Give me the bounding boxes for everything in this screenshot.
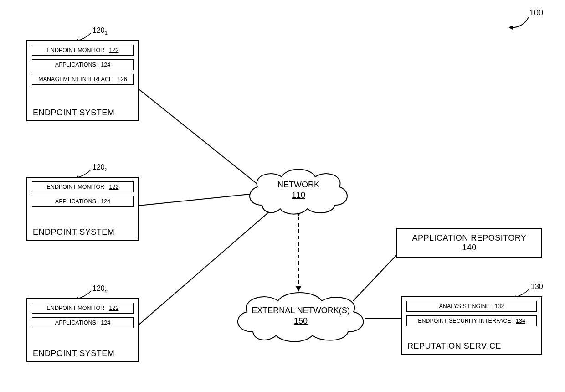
diagram-canvas: 100 1201 ENDPOINT MONITOR 122 APPLICATIO… (0, 0, 565, 392)
reputation-analysis-ref: 132 (495, 303, 504, 309)
figure-reference-number: 100 (529, 8, 543, 18)
reputation-analysis-box: ANALYSIS ENGINE 132 (406, 301, 537, 312)
endpointN-title: ENDPOINT SYSTEM (33, 349, 114, 358)
endpoint2-reference-leader: 1202 (92, 163, 108, 172)
endpoint1-monitor-box: ENDPOINT MONITOR 122 (32, 45, 134, 56)
repo-ref: 140 (462, 243, 477, 252)
endpoint1-mgmt-label: MANAGEMENT INTERFACE (38, 76, 113, 83)
figure-reference-text: 100 (529, 8, 543, 17)
repo-label: APPLICATION REPOSITORY (402, 233, 537, 243)
reputation-service-box: ANALYSIS ENGINE 132 ENDPOINT SECURITY IN… (401, 296, 542, 355)
endpoint2-apps-label: APPLICATIONS (55, 198, 96, 205)
endpointN-ref-subscript: n (105, 288, 108, 294)
endpoint1-apps-box: APPLICATIONS 124 (32, 59, 134, 70)
endpointN-apps-label: APPLICATIONS (55, 320, 96, 326)
endpoint1-monitor-ref: 122 (109, 47, 119, 53)
external-label-wrap: EXTERNAL NETWORK(S) 150 (228, 305, 374, 326)
endpoint1-mgmt-ref: 126 (118, 76, 127, 83)
endpoint-system-2-box: ENDPOINT MONITOR 122 APPLICATIONS 124 EN… (26, 177, 139, 241)
reputation-esi-box: ENDPOINT SECURITY INTERFACE 134 (406, 315, 537, 326)
external-label: EXTERNAL NETWORK(S) (252, 306, 349, 315)
application-repository-box: APPLICATION REPOSITORY 140 (396, 228, 542, 258)
external-network-cloud: EXTERNAL NETWORK(S) 150 (228, 287, 374, 346)
reputation-ref-number: 130 (531, 283, 543, 290)
network-ref: 110 (292, 191, 305, 200)
endpoint1-title: ENDPOINT SYSTEM (33, 108, 114, 118)
endpoint1-ref-number: 120 (92, 26, 105, 34)
network-label: NETWORK (277, 180, 319, 189)
endpointN-apps-ref: 124 (101, 320, 110, 326)
endpoint2-apps-ref: 124 (101, 198, 110, 205)
endpoint1-monitor-label: ENDPOINT MONITOR (47, 47, 105, 53)
svg-line-0 (139, 89, 257, 184)
endpointN-monitor-label: ENDPOINT MONITOR (47, 305, 105, 311)
endpoint2-ref-subscript: 2 (105, 167, 108, 172)
svg-line-1 (139, 194, 250, 206)
endpoint2-title: ENDPOINT SYSTEM (33, 227, 114, 237)
endpoint2-monitor-ref: 122 (109, 184, 119, 190)
endpointN-monitor-ref: 122 (109, 305, 119, 311)
external-ref: 150 (294, 316, 308, 325)
endpoint2-monitor-box: ENDPOINT MONITOR 122 (32, 181, 134, 192)
endpoint1-ref-subscript: 1 (105, 30, 108, 36)
endpointN-ref-number: 120 (92, 284, 105, 292)
endpoint1-mgmt-box: MANAGEMENT INTERFACE 126 (32, 74, 134, 85)
endpoint2-ref-number: 120 (92, 163, 105, 171)
endpoint1-apps-label: APPLICATIONS (55, 62, 96, 68)
network-cloud: NETWORK 110 (241, 164, 355, 219)
endpoint2-apps-box: APPLICATIONS 124 (32, 196, 134, 207)
reputation-esi-ref: 134 (516, 318, 525, 324)
reputation-reference-leader: 130 (531, 283, 543, 291)
endpoint-system-n-box: ENDPOINT MONITOR 122 APPLICATIONS 124 EN… (26, 298, 139, 362)
endpoint2-monitor-label: ENDPOINT MONITOR (47, 184, 105, 190)
endpointN-apps-box: APPLICATIONS 124 (32, 317, 134, 328)
reputation-esi-label: ENDPOINT SECURITY INTERFACE (418, 318, 511, 324)
endpoint1-apps-ref: 124 (101, 62, 110, 68)
network-label-wrap: NETWORK 110 (241, 180, 355, 200)
endpoint-system-1-box: ENDPOINT MONITOR 122 APPLICATIONS 124 MA… (26, 40, 139, 121)
reputation-analysis-label: ANALYSIS ENGINE (439, 303, 490, 309)
endpointN-reference-leader: 120n (92, 284, 108, 294)
endpointN-monitor-box: ENDPOINT MONITOR 122 (32, 303, 134, 314)
endpoint1-reference-leader: 1201 (92, 26, 108, 36)
reputation-title: REPUTATION SERVICE (407, 341, 501, 351)
